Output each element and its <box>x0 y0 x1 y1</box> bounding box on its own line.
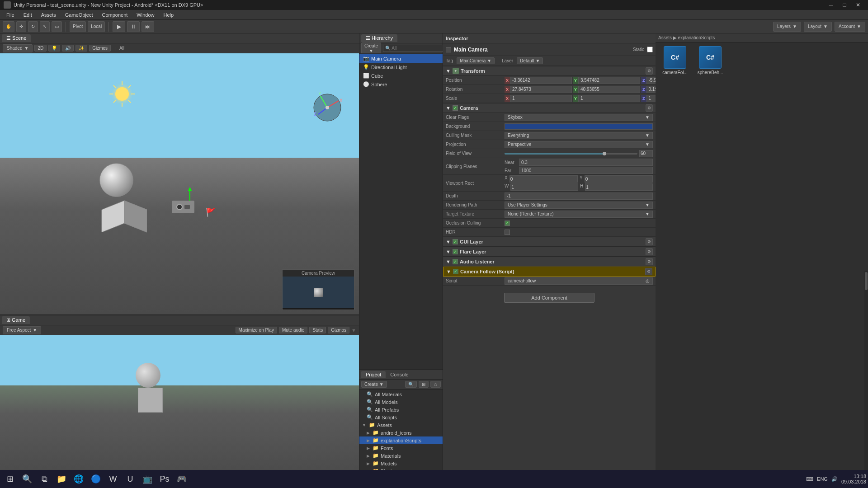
depth-input[interactable] <box>505 192 653 200</box>
add-component-button[interactable]: Add Component <box>504 293 594 303</box>
aspect-dropdown[interactable]: Free Aspect▼ <box>3 326 41 334</box>
menu-file[interactable]: File <box>2 11 19 19</box>
scene-effects-button[interactable]: ✨ <box>75 45 87 52</box>
pause-button[interactable]: ⏸ <box>127 21 140 32</box>
layout-dropdown[interactable]: Layout ▼ <box>804 22 832 32</box>
project-item-explanation-scripts[interactable]: ▶ 📁 explanationScripts <box>359 436 443 444</box>
tab-project[interactable]: Project <box>361 371 386 378</box>
project-item-all-scripts[interactable]: 🔍 All Scripts <box>359 413 443 421</box>
project-star-btn[interactable]: ☆ <box>430 381 441 388</box>
hierarchy-item-directional-light[interactable]: 💡 Directional Light <box>359 63 443 71</box>
scale-tool[interactable]: ⤡ <box>40 21 50 32</box>
rotation-z-input[interactable] <box>646 86 656 93</box>
object-enabled-checkbox[interactable] <box>446 47 451 52</box>
gui-layer-header[interactable]: ▼ ✓ GUI Layer ⚙ <box>443 237 656 247</box>
taskbar-app3-btn[interactable]: 🎮 <box>174 471 190 487</box>
projection-dropdown[interactable]: Perspective ▼ <box>505 141 653 148</box>
scene-light-button[interactable]: 💡 <box>48 45 60 52</box>
flare-layer-settings-btn[interactable]: ⚙ <box>646 248 653 255</box>
project-item-materials[interactable]: ▶ 📁 Materials <box>359 452 443 460</box>
rect-tool[interactable]: ▭ <box>52 21 62 32</box>
project-item-all-prefabs[interactable]: 🔍 All Prefabs <box>359 406 443 413</box>
culling-mask-dropdown[interactable]: Everything ▼ <box>505 132 653 139</box>
audio-listener-checkbox[interactable]: ✓ <box>453 259 458 264</box>
tab-hierarchy[interactable]: ☰ Hierarchy <box>361 34 397 42</box>
audio-listener-settings-btn[interactable]: ⚙ <box>646 258 653 265</box>
project-item-all-materials[interactable]: 🔍 All Materials <box>359 390 443 398</box>
taskbar-taskview-btn[interactable]: ⧉ <box>36 471 52 487</box>
project-item-android-icons[interactable]: ▶ 📁 android_icons <box>359 429 443 436</box>
local-button[interactable]: Local <box>88 21 105 32</box>
taskbar-ie-btn[interactable]: 🌐 <box>71 471 87 487</box>
camera-settings-btn[interactable]: ⚙ <box>646 104 653 112</box>
hierarchy-search-input[interactable] <box>383 45 445 52</box>
rotation-x-input[interactable] <box>510 86 572 93</box>
flare-layer-checkbox[interactable]: ✓ <box>453 249 458 254</box>
play-button[interactable]: ▶ <box>113 21 125 32</box>
menu-window[interactable]: Window <box>132 11 159 19</box>
occlusion-culling-checkbox[interactable]: ✓ <box>505 221 510 226</box>
gizmos-button[interactable]: Gizmos <box>89 45 111 52</box>
tab-game[interactable]: ⊞ Game <box>2 316 30 324</box>
asset-sphere-behavior[interactable]: sphereBeh... <box>694 46 726 75</box>
fov-input[interactable] <box>639 150 653 157</box>
asset-camera-follow[interactable]: cameraFol... <box>659 46 691 75</box>
gui-layer-checkbox[interactable]: ✓ <box>453 239 458 244</box>
pivot-button[interactable]: Pivot <box>70 21 86 32</box>
taskbar-photoshop-btn[interactable]: Ps <box>156 471 173 487</box>
rendering-path-dropdown[interactable]: Use Player Settings ▼ <box>505 202 653 209</box>
position-z-input[interactable] <box>646 77 656 84</box>
camera-header[interactable]: ▼ ✓ Camera ⚙ <box>443 103 656 113</box>
hierarchy-item-sphere[interactable]: ⚪ Sphere <box>359 80 443 89</box>
viewport-w-input[interactable] <box>510 183 578 191</box>
camera-follow-header[interactable]: ▼ ✓ Camera Follow (Script) ⚙ <box>443 267 656 277</box>
transform-header[interactable]: ▼ T Transform ⚙ <box>443 66 656 76</box>
menu-component[interactable]: Component <box>97 11 132 19</box>
script-dropdown[interactable]: cameraFollow ◎ <box>505 277 653 285</box>
script-enabled-checkbox[interactable]: ✓ <box>453 269 458 274</box>
mode-2d-button[interactable]: 2D <box>34 45 47 52</box>
scale-y-input[interactable] <box>578 95 640 102</box>
far-input[interactable] <box>519 167 653 174</box>
maximize-play-button[interactable]: Maximize on Play <box>236 327 277 333</box>
layer-dropdown[interactable]: Default ▼ <box>517 57 543 64</box>
account-dropdown[interactable]: Account ▼ <box>835 22 865 32</box>
game-gizmos-button[interactable]: Gizmos <box>328 327 349 333</box>
flare-layer-header[interactable]: ▼ ✓ Flare Layer ⚙ <box>443 247 656 257</box>
project-item-assets[interactable]: ▼ 📁 Assets <box>359 421 443 429</box>
background-color[interactable] <box>505 123 653 130</box>
viewport-y-input[interactable] <box>585 175 653 183</box>
menu-help[interactable]: Help <box>159 11 178 19</box>
camera-enabled-checkbox[interactable]: ✓ <box>453 105 458 111</box>
scene-audio-button[interactable]: 🔊 <box>62 45 74 52</box>
tag-dropdown[interactable]: MainCamera ▼ <box>457 57 495 64</box>
project-create-btn[interactable]: Create ▼ <box>361 381 387 388</box>
near-input[interactable] <box>519 159 653 166</box>
maximize-button[interactable]: □ <box>838 0 851 10</box>
rotation-y-input[interactable] <box>578 86 640 93</box>
target-texture-dropdown[interactable]: None (Render Texture) ▼ <box>505 211 653 218</box>
scale-x-input[interactable] <box>510 95 572 102</box>
tab-console[interactable]: Console <box>386 371 413 378</box>
script-settings-btn[interactable]: ⚙ <box>645 268 652 275</box>
menu-gameobject[interactable]: GameObject <box>61 11 98 19</box>
taskbar-start-btn[interactable]: ⊞ <box>2 471 18 487</box>
viewport-x-input[interactable] <box>509 175 578 183</box>
close-button[interactable]: ✕ <box>852 0 864 10</box>
gui-layer-settings-btn[interactable]: ⚙ <box>646 238 653 245</box>
menu-assets[interactable]: Assets <box>37 11 61 19</box>
viewport-h-input[interactable] <box>585 183 653 191</box>
assets-scrollbar-thumb[interactable] <box>865 272 868 290</box>
taskbar-chrome-btn[interactable]: 🔵 <box>88 471 104 487</box>
shading-dropdown[interactable]: Shaded▼ <box>3 44 33 52</box>
rotate-tool[interactable]: ↻ <box>28 21 38 32</box>
hierarchy-item-cube[interactable]: ⬜ Cube <box>359 71 443 80</box>
assets-scrollbar[interactable] <box>864 271 868 478</box>
step-button[interactable]: ⏭ <box>142 21 154 32</box>
clear-flags-dropdown[interactable]: Skybox ▼ <box>505 114 653 121</box>
audio-listener-header[interactable]: ▼ ✓ Audio Listener ⚙ <box>443 257 656 267</box>
move-tool[interactable]: ✛ <box>16 21 26 32</box>
project-search-btn[interactable]: 🔍 <box>405 381 417 388</box>
background-swatch[interactable] <box>505 123 653 130</box>
transform-settings-btn[interactable]: ⚙ <box>646 67 653 75</box>
